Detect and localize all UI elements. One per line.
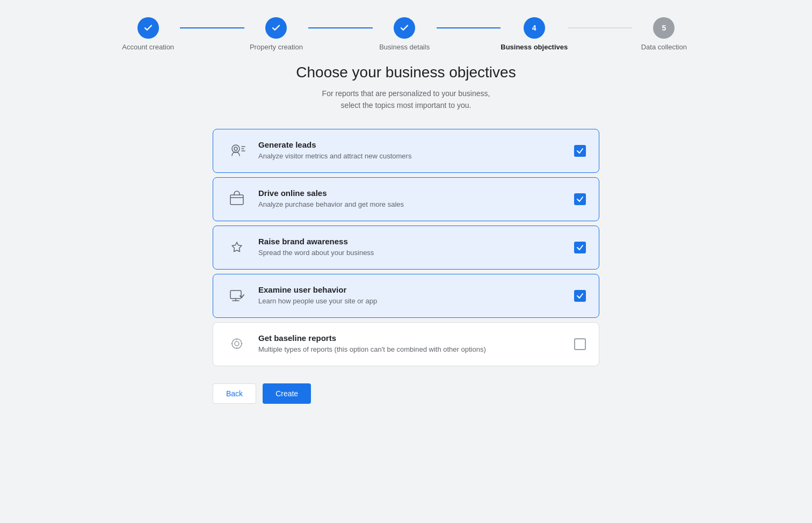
objective-text-examine-user-behavior: Examine user behaviorLearn how people us… <box>258 285 566 307</box>
step-connector-0 <box>180 27 244 28</box>
objective-title-get-baseline-reports: Get baseline reports <box>258 333 566 343</box>
step-connector-2 <box>437 27 501 28</box>
create-button[interactable]: Create <box>263 383 311 404</box>
objective-desc-raise-brand-awareness: Spread the word about your business <box>258 248 566 258</box>
objective-card-drive-online-sales[interactable]: Drive online salesAnalyze purchase behav… <box>213 177 599 221</box>
step-business-details: Business details <box>373 17 437 51</box>
back-button[interactable]: Back <box>213 383 256 404</box>
main-content: Choose your business objectives For repo… <box>202 64 610 425</box>
step-circle-data-collection: 5 <box>653 17 675 39</box>
objective-icon-examine-user-behavior <box>226 285 248 307</box>
objective-desc-drive-online-sales: Analyze purchase behavior and get more s… <box>258 199 566 210</box>
objective-text-raise-brand-awareness: Raise brand awarenessSpread the word abo… <box>258 237 566 258</box>
objective-text-get-baseline-reports: Get baseline reportsMultiple types of re… <box>258 333 566 355</box>
objective-desc-get-baseline-reports: Multiple types of reports (this option c… <box>258 344 566 355</box>
page-subtitle: For reports that are personalized to you… <box>322 88 490 112</box>
svg-point-8 <box>235 342 239 346</box>
objective-desc-generate-leads: Analyze visitor metrics and attract new … <box>258 151 566 162</box>
step-label-account-creation: Account creation <box>122 43 174 51</box>
step-circle-business-details <box>394 17 415 39</box>
step-circle-business-objectives: 4 <box>524 17 545 39</box>
objective-card-get-baseline-reports[interactable]: Get baseline reportsMultiple types of re… <box>213 322 599 366</box>
objective-text-generate-leads: Generate leadsAnalyze visitor metrics an… <box>258 140 566 162</box>
svg-point-0 <box>232 145 240 152</box>
svg-rect-5 <box>230 195 243 205</box>
objective-desc-examine-user-behavior: Learn how people use your site or app <box>258 296 566 307</box>
objective-icon-drive-online-sales <box>226 188 248 210</box>
objective-title-raise-brand-awareness: Raise brand awareness <box>258 237 566 246</box>
step-circle-property-creation <box>265 17 287 39</box>
objective-card-generate-leads[interactable]: Generate leadsAnalyze visitor metrics an… <box>213 129 599 173</box>
objective-checkbox-raise-brand-awareness[interactable] <box>574 242 586 253</box>
step-account-creation: Account creation <box>116 17 180 51</box>
objective-icon-get-baseline-reports <box>226 333 248 355</box>
objective-title-examine-user-behavior: Examine user behavior <box>258 285 566 294</box>
objective-checkbox-generate-leads[interactable] <box>574 145 586 157</box>
objective-card-examine-user-behavior[interactable]: Examine user behaviorLearn how people us… <box>213 274 599 318</box>
objective-title-drive-online-sales: Drive online sales <box>258 188 566 198</box>
step-connector-1 <box>308 27 372 28</box>
page-title: Choose your business objectives <box>296 64 516 81</box>
objective-icon-raise-brand-awareness <box>226 237 248 258</box>
objective-checkbox-examine-user-behavior[interactable] <box>574 290 586 302</box>
objective-checkbox-get-baseline-reports[interactable] <box>574 338 586 350</box>
step-business-objectives: 4Business objectives <box>501 17 568 51</box>
objective-card-raise-brand-awareness[interactable]: Raise brand awarenessSpread the word abo… <box>213 226 599 270</box>
step-label-business-objectives: Business objectives <box>501 43 568 51</box>
step-connector-3 <box>568 27 632 28</box>
step-data-collection: 5Data collection <box>632 17 696 51</box>
objective-text-drive-online-sales: Drive online salesAnalyze purchase behav… <box>258 188 566 210</box>
objectives-list: Generate leadsAnalyze visitor metrics an… <box>213 129 599 366</box>
objective-icon-generate-leads <box>226 140 248 162</box>
step-label-data-collection: Data collection <box>641 43 687 51</box>
objective-title-generate-leads: Generate leads <box>258 140 566 149</box>
step-circle-account-creation <box>137 17 159 39</box>
step-label-property-creation: Property creation <box>250 43 303 51</box>
button-row: Back Create <box>213 383 311 404</box>
step-property-creation: Property creation <box>244 17 308 51</box>
step-label-business-details: Business details <box>379 43 430 51</box>
stepper: Account creationProperty creationBusines… <box>84 0 728 64</box>
objective-checkbox-drive-online-sales[interactable] <box>574 193 586 205</box>
svg-point-1 <box>234 147 237 150</box>
svg-rect-6 <box>230 290 241 299</box>
